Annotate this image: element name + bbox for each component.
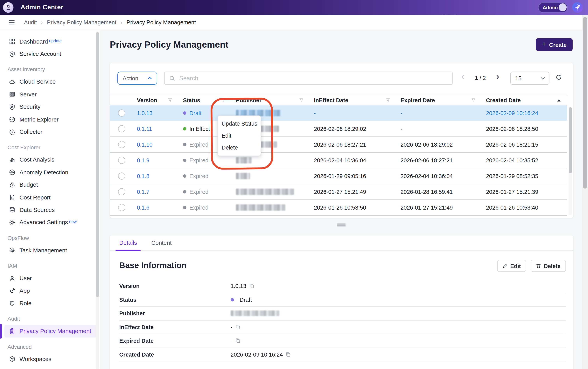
- version-link[interactable]: 0.1.6: [137, 204, 149, 211]
- row-radio[interactable]: [118, 157, 125, 164]
- redacted-publisher: [236, 173, 250, 179]
- sidebar-item-label: Security: [20, 104, 41, 110]
- column-header-created-date[interactable]: Created Date: [483, 95, 567, 105]
- table-row[interactable]: 0.1.7Expired2026-01-27 15:21:492026-01-2…: [110, 184, 567, 200]
- copy-icon[interactable]: [249, 283, 255, 289]
- action-dropdown-button[interactable]: Action: [117, 72, 157, 85]
- table-row[interactable]: 0.1.11In Effect2026-02-06 18:29:02-2026-…: [110, 121, 567, 137]
- sidebar-item-privacy-policy-management[interactable]: Privacy Policy Management: [4, 325, 96, 337]
- pagination-next-icon[interactable]: [496, 75, 499, 80]
- breadcrumb-item[interactable]: Audit: [24, 19, 37, 25]
- copy-icon[interactable]: [285, 352, 291, 357]
- sidebar-item-user[interactable]: User: [4, 272, 96, 284]
- sidebar-item-role[interactable]: Role: [4, 297, 96, 309]
- sidebar-section-opsflow: OpsFlow: [8, 234, 96, 242]
- sidebar-item-budget[interactable]: $Budget: [4, 179, 96, 191]
- row-radio[interactable]: [118, 173, 125, 180]
- ineffect-date: -: [314, 110, 316, 116]
- sidebar-item-advanced-settings[interactable]: $Advanced Settingsnew: [4, 216, 96, 229]
- table-row[interactable]: 0.1.9Expired2026-02-04 10:36:042026-02-0…: [110, 153, 567, 168]
- status-dot: [183, 174, 186, 178]
- column-header-ineffect-date[interactable]: InEffect Date: [311, 95, 397, 105]
- chevron-down-icon: [540, 77, 545, 80]
- sidebar-item-dashboard[interactable]: Dashboardupdate: [4, 35, 96, 48]
- filter-funnel-icon[interactable]: [299, 98, 303, 102]
- sidebar-scrollbar[interactable]: [96, 31, 99, 369]
- filter-funnel-icon[interactable]: [471, 98, 475, 102]
- column-header-version[interactable]: Version: [134, 95, 179, 105]
- sidebar-item-server[interactable]: Server: [4, 88, 96, 101]
- page-title: Privacy Policy Management: [110, 39, 228, 50]
- tab-details[interactable]: Details: [115, 236, 141, 250]
- ineffect-date: 2026-02-06 18:27:21: [314, 141, 366, 148]
- table-row[interactable]: 0.1.8Expired2026-01-29 09:05:162026-02-0…: [110, 168, 567, 184]
- column-header-expired-date[interactable]: Expired Date: [397, 95, 483, 105]
- task-management-icon: [9, 247, 15, 254]
- column-header-publisher[interactable]: Publisher: [233, 95, 311, 105]
- sidebar-item-label: Task Management: [20, 247, 67, 254]
- sidebar-item-anomaly-detection[interactable]: Anomaly Detection: [4, 166, 96, 179]
- collector-icon: [9, 129, 15, 135]
- filter-funnel-icon[interactable]: [386, 98, 390, 102]
- row-radio[interactable]: [118, 125, 125, 133]
- table-row[interactable]: 0.1.10Expired2026-02-06 18:27:212026-02-…: [110, 137, 567, 153]
- version-link[interactable]: 0.1.11: [137, 126, 152, 132]
- status-dot: [183, 143, 186, 146]
- menu-item-edit[interactable]: Edit: [218, 130, 260, 142]
- sidebar-item-app[interactable]: App: [4, 285, 96, 297]
- version-link[interactable]: 0.1.9: [137, 157, 149, 164]
- version-link[interactable]: 0.1.7: [137, 189, 149, 195]
- version-link[interactable]: 0.1.10: [137, 141, 153, 148]
- filter-funnel-icon[interactable]: [168, 98, 172, 102]
- version-link[interactable]: 0.1.8: [137, 173, 149, 179]
- panel-resize-handle[interactable]: [337, 223, 346, 227]
- rocket-avatar-icon[interactable]: [572, 2, 583, 13]
- user-icon: [9, 275, 15, 282]
- sidebar-section-asset-inventory: Asset Inventory: [8, 66, 96, 73]
- table-scrollbar[interactable]: [568, 107, 572, 215]
- sidebar-item-task-management[interactable]: Task Management: [4, 244, 96, 257]
- version-link[interactable]: 1.0.13: [137, 110, 153, 116]
- sidebar-item-cost-analysis[interactable]: Cost Analysis: [4, 154, 96, 166]
- sidebar-section-audit: Audit: [8, 315, 96, 323]
- refresh-icon[interactable]: [555, 74, 562, 81]
- copy-icon[interactable]: [235, 338, 241, 344]
- created-date: 2026-02-06 18:21:15: [486, 141, 538, 148]
- sidebar-item-cloud-service[interactable]: Cloud Service: [4, 76, 96, 88]
- delete-button[interactable]: Delete: [531, 260, 566, 272]
- row-radio[interactable]: [118, 141, 125, 148]
- table-row[interactable]: 1.0.13Draft--2026-02-09 10:16:24: [110, 105, 567, 121]
- detail-label: Version: [119, 283, 231, 289]
- copy-icon[interactable]: [235, 324, 241, 330]
- column-header-status[interactable]: Status: [180, 95, 233, 105]
- sidebar-item-metric-explorer[interactable]: Metric Explorer: [4, 113, 96, 126]
- metric-explorer-icon: [9, 116, 15, 123]
- menu-hamburger-icon[interactable]: [9, 20, 15, 25]
- sidebar-item-data-sources[interactable]: Data Sources: [4, 204, 96, 216]
- status-label: In Effect: [189, 126, 210, 132]
- page-size-select[interactable]: 15: [510, 72, 549, 85]
- row-radio[interactable]: [118, 188, 125, 195]
- menu-item-delete[interactable]: Delete: [218, 142, 260, 154]
- pagination-prev-icon[interactable]: [461, 75, 464, 80]
- row-radio[interactable]: [118, 204, 125, 211]
- menu-item-update-status[interactable]: Update Status: [218, 118, 260, 130]
- sidebar-item-service-account[interactable]: Service Account: [4, 48, 96, 60]
- create-button[interactable]: + Create: [536, 38, 573, 51]
- window-scrollbar[interactable]: [582, 15, 588, 369]
- sidebar-item-security[interactable]: Security: [4, 101, 96, 113]
- edit-button[interactable]: Edit: [497, 260, 526, 272]
- sidebar-item-workspaces[interactable]: Workspaces: [4, 353, 96, 365]
- admin-center-logo-icon: [3, 2, 13, 13]
- search-input[interactable]: [178, 74, 452, 82]
- row-radio[interactable]: [118, 110, 125, 117]
- breadcrumb-item[interactable]: Privacy Policy Management: [47, 19, 116, 25]
- admin-toggle[interactable]: Admin: [538, 2, 567, 13]
- sidebar-item-collector[interactable]: Collector: [4, 126, 96, 138]
- filter-funnel-icon[interactable]: [221, 98, 225, 102]
- table-row[interactable]: 0.1.6Expired2026-01-26 10:53:502026-01-2…: [110, 200, 567, 215]
- sidebar-item-cost-report[interactable]: $Cost Report: [4, 191, 96, 204]
- sidebar-item-label: Dashboard: [20, 38, 48, 45]
- sort-ascending-icon[interactable]: [557, 98, 561, 102]
- tab-content[interactable]: Content: [148, 236, 175, 250]
